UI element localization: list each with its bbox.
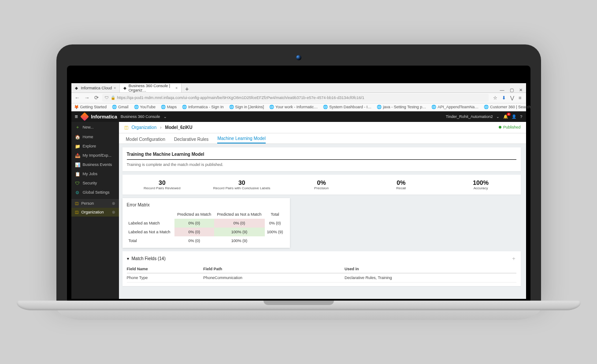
tab-model-config[interactable]: Model Configuration bbox=[126, 137, 166, 143]
error-matrix-table: Predicted as Match Predicted as Not a Ma… bbox=[127, 210, 286, 245]
sidebar-item-import-export[interactable]: 📥My Import/Exp... bbox=[71, 151, 119, 160]
bookmark-item[interactable]: 🌐System Dashboard - I… bbox=[323, 105, 371, 109]
globe-icon: 🌐 bbox=[112, 105, 117, 109]
training-title: Training the Machine Learning Model bbox=[127, 152, 516, 160]
close-window-icon[interactable]: ✕ bbox=[519, 88, 523, 92]
training-note: Training is complete and the match model… bbox=[127, 160, 516, 167]
bookmark-item[interactable]: 🌐Informatica - Sign In bbox=[182, 105, 224, 109]
shield-icon: 🛡 bbox=[75, 181, 80, 186]
hamburger-icon[interactable]: ≡ bbox=[75, 114, 78, 120]
stat-label: Accuracy bbox=[443, 186, 519, 190]
browser-tab-0[interactable]: ◆ Informatica Cloud × bbox=[71, 84, 120, 92]
menu-icon[interactable]: ≡ bbox=[519, 95, 521, 101]
matrix-cell: 0% (0) bbox=[174, 236, 214, 245]
folder-icon: 📁 bbox=[75, 144, 80, 149]
fields-title: Match Fields (14) bbox=[132, 256, 166, 261]
chevron-right-icon: › bbox=[160, 125, 161, 130]
matrix-cell: 100% (9) bbox=[214, 236, 265, 245]
caret-down-icon[interactable]: ▾ bbox=[127, 256, 129, 261]
app-header: ≡ Informatica Business 360 Console ⌄ Tin… bbox=[71, 111, 526, 122]
pocket-icon[interactable]: ⋁ bbox=[510, 95, 514, 101]
breadcrumb-root[interactable]: Organization bbox=[132, 125, 157, 130]
browser-tab-1[interactable]: ◆ Business 360 Console | Organiz… × bbox=[120, 84, 182, 92]
chevron-down-icon[interactable]: ⌄ bbox=[496, 114, 500, 119]
lock-icon: 🔒 bbox=[111, 96, 115, 100]
match-fields-card: ▾ Match Fields (14) ＋ Field Name Field P… bbox=[122, 251, 521, 286]
close-icon[interactable]: × bbox=[175, 86, 178, 90]
plus-icon: ＋ bbox=[75, 124, 80, 130]
close-icon[interactable]: ⊗ bbox=[112, 201, 115, 206]
stats-bar: 30Record Pairs Reviewed 30Record Pairs w… bbox=[122, 175, 521, 195]
bookmark-star-icon[interactable]: ☆ bbox=[493, 95, 497, 101]
help-icon[interactable]: ? bbox=[520, 114, 522, 119]
stat-label: Record Pairs Reviewed bbox=[124, 186, 200, 190]
user-label[interactable]: Tinder_Rohit_Automation2 bbox=[446, 114, 493, 119]
bookmark-item[interactable]: 🌐Sign in [Jenkins] bbox=[229, 105, 264, 109]
matrix-col: Predicted as Not a Match bbox=[214, 210, 265, 219]
sidebar-item-new[interactable]: ＋New... bbox=[71, 122, 119, 132]
table-row[interactable]: Phone Type PhoneCommunication Declarativ… bbox=[127, 273, 516, 282]
bookmark-item[interactable]: 🌐Your work - Informatic… bbox=[269, 105, 318, 109]
new-tab-button[interactable]: + bbox=[182, 85, 192, 92]
tab-ml-model[interactable]: Machine Learning Model bbox=[217, 136, 266, 143]
browser-window: ◆ Informatica Cloud × ◆ Business 360 Con… bbox=[71, 83, 526, 299]
cell: Declarative Rules, Training bbox=[345, 273, 516, 282]
minimize-icon[interactable]: — bbox=[500, 88, 504, 92]
product-name: Business 360 Console bbox=[121, 114, 160, 119]
globe-icon: 🌐 bbox=[182, 105, 187, 109]
chevron-down-icon[interactable]: ⌄ bbox=[163, 114, 167, 119]
globe-icon: 🌐 bbox=[377, 105, 382, 109]
bookmark-item[interactable]: 🌐Maps bbox=[161, 105, 177, 109]
sidebar-item-events[interactable]: 📊Business Events bbox=[71, 160, 119, 169]
user-icon[interactable]: 👤 bbox=[512, 114, 516, 119]
bookmark-item[interactable]: 🦊Getting Started bbox=[74, 105, 107, 109]
matrix-cell: 0% (0) bbox=[265, 219, 286, 228]
url-input[interactable]: 🛡 🔒 https://qa-pod1-mdm.mrel.infaqa.com/… bbox=[102, 94, 489, 102]
maximize-icon[interactable]: ▢ bbox=[510, 88, 514, 92]
sidebar-item-jobs[interactable]: 📋My Jobs bbox=[71, 169, 119, 179]
favicon-icon: ◆ bbox=[123, 86, 126, 90]
stat-label: Precision bbox=[283, 186, 360, 190]
notification-icon[interactable]: 🔔4 bbox=[503, 114, 508, 119]
sidebar-item-security[interactable]: 🛡Security bbox=[71, 179, 119, 188]
events-icon: 📊 bbox=[75, 162, 80, 167]
add-field-button[interactable]: ＋ bbox=[511, 255, 516, 262]
browser-addressbar: ← → ⟳ 🛡 🔒 https://qa-pod1-mdm.mrel.infaq… bbox=[71, 93, 526, 103]
sidebar-item-explore[interactable]: 📁Explore bbox=[71, 142, 119, 151]
download-icon[interactable]: ⬇ bbox=[502, 95, 506, 101]
reload-button[interactable]: ⟳ bbox=[93, 95, 100, 101]
bookmark-item[interactable]: 🌐Gmail bbox=[112, 105, 129, 109]
entity-icon: ◫ bbox=[75, 210, 79, 214]
matrix-cell: 100% (9) bbox=[265, 228, 286, 236]
sidebar-tab-organization[interactable]: ◫Organization⊗ bbox=[71, 208, 119, 217]
matrix-cell bbox=[265, 236, 286, 245]
back-button[interactable]: ← bbox=[74, 95, 81, 101]
publish-status: Published bbox=[499, 125, 521, 129]
close-icon[interactable]: ⊗ bbox=[112, 210, 115, 214]
stat-value: 30 bbox=[124, 179, 200, 186]
stat-value: 0% bbox=[363, 179, 439, 186]
jobs-icon: 📋 bbox=[75, 172, 80, 176]
sidebar-item-home[interactable]: 🏠Home bbox=[71, 132, 119, 142]
favicon-icon: ◆ bbox=[75, 86, 79, 90]
forward-button[interactable]: → bbox=[84, 95, 91, 101]
col-header: Field Path bbox=[203, 265, 345, 273]
content-scroll[interactable]: Training the Machine Learning Model Trai… bbox=[119, 144, 526, 299]
sidebar-item-settings[interactable]: ⚙Global Settings bbox=[71, 188, 119, 197]
bookmark-item[interactable]: 🌐API_AppendTeamNa… bbox=[431, 105, 478, 109]
bookmark-item[interactable]: 🌐java - Setting Testng p… bbox=[377, 105, 426, 109]
tab-label: Informatica Cloud bbox=[81, 86, 112, 90]
sidebar-tab-person[interactable]: ◫Person⊗ bbox=[71, 199, 119, 208]
tab-declarative[interactable]: Declarative Rules bbox=[174, 137, 208, 143]
globe-icon: 🌐 bbox=[431, 105, 436, 109]
entity-icon: ◫ bbox=[75, 201, 79, 206]
bookmark-item[interactable]: 🌐YouTube bbox=[134, 105, 156, 109]
stat-value: 30 bbox=[204, 179, 280, 186]
bookmark-item[interactable]: 🌐Customer 360 | Search bbox=[484, 105, 530, 109]
breadcrumb-current: Model_6ziKU bbox=[165, 125, 193, 130]
matrix-row-label: Labeled as Match bbox=[127, 219, 175, 228]
fields-table: Field Name Field Path Used in Phone Type… bbox=[127, 265, 516, 283]
close-icon[interactable]: × bbox=[114, 86, 116, 90]
matrix-cell: 0% (0) bbox=[174, 219, 214, 228]
globe-icon: 🌐 bbox=[323, 105, 328, 109]
